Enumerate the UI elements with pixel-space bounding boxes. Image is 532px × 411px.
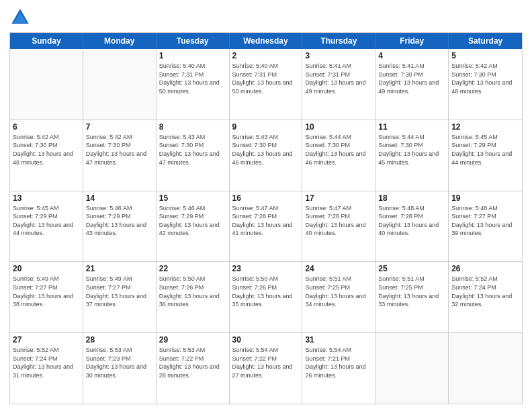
day-info: Sunrise: 5:54 AM Sunset: 7:22 PM Dayligh…: [232, 346, 300, 379]
week-row-2: 6Sunrise: 5:42 AM Sunset: 7:30 PM Daylig…: [10, 120, 522, 191]
cal-cell: 29Sunrise: 5:53 AM Sunset: 7:22 PM Dayli…: [157, 333, 230, 404]
cal-cell: [375, 333, 449, 404]
cal-cell: 30Sunrise: 5:54 AM Sunset: 7:22 PM Dayli…: [230, 333, 303, 404]
day-info: Sunrise: 5:52 AM Sunset: 7:24 PM Dayligh…: [13, 346, 80, 379]
week-row-4: 20Sunrise: 5:49 AM Sunset: 7:27 PM Dayli…: [10, 262, 522, 333]
cal-cell: 8Sunrise: 5:43 AM Sunset: 7:30 PM Daylig…: [157, 120, 230, 191]
day-number: 3: [305, 51, 372, 60]
day-info: Sunrise: 5:47 AM Sunset: 7:28 PM Dayligh…: [232, 204, 300, 238]
day-number: 18: [378, 193, 445, 203]
day-info: Sunrise: 5:41 AM Sunset: 7:30 PM Dayligh…: [378, 62, 445, 95]
day-number: 27: [13, 335, 80, 345]
day-header-thursday: Thursday: [302, 33, 375, 49]
header: [9, 7, 523, 28]
day-number: 17: [305, 193, 372, 203]
cal-cell: 7Sunrise: 5:42 AM Sunset: 7:30 PM Daylig…: [83, 120, 157, 191]
day-info: Sunrise: 5:50 AM Sunset: 7:26 PM Dayligh…: [232, 275, 300, 308]
day-header-monday: Monday: [83, 33, 157, 49]
day-info: Sunrise: 5:53 AM Sunset: 7:22 PM Dayligh…: [159, 346, 226, 379]
day-number: 22: [159, 264, 226, 273]
day-info: Sunrise: 5:46 AM Sunset: 7:29 PM Dayligh…: [159, 204, 226, 238]
day-number: 15: [159, 193, 226, 203]
day-info: Sunrise: 5:42 AM Sunset: 7:30 PM Dayligh…: [86, 133, 153, 167]
cal-cell: 16Sunrise: 5:47 AM Sunset: 7:28 PM Dayli…: [230, 191, 303, 262]
calendar-body: 1Sunrise: 5:40 AM Sunset: 7:31 PM Daylig…: [10, 49, 522, 404]
calendar: SundayMondayTuesdayWednesdayThursdayFrid…: [9, 32, 523, 404]
day-header-tuesday: Tuesday: [157, 33, 230, 49]
day-number: 21: [86, 264, 153, 273]
day-info: Sunrise: 5:46 AM Sunset: 7:29 PM Dayligh…: [86, 204, 153, 238]
day-number: 6: [13, 122, 80, 132]
day-info: Sunrise: 5:51 AM Sunset: 7:25 PM Dayligh…: [305, 275, 372, 308]
day-number: 12: [451, 122, 519, 132]
day-info: Sunrise: 5:48 AM Sunset: 7:28 PM Dayligh…: [378, 204, 445, 238]
cal-cell: 21Sunrise: 5:49 AM Sunset: 7:27 PM Dayli…: [83, 262, 157, 332]
week-row-5: 27Sunrise: 5:52 AM Sunset: 7:24 PM Dayli…: [10, 333, 522, 404]
day-number: 28: [86, 335, 153, 345]
day-info: Sunrise: 5:51 AM Sunset: 7:25 PM Dayligh…: [378, 275, 445, 308]
day-number: 7: [86, 122, 153, 132]
day-number: 19: [451, 193, 519, 203]
day-number: 8: [159, 122, 226, 132]
day-info: Sunrise: 5:44 AM Sunset: 7:30 PM Dayligh…: [305, 133, 372, 167]
day-header-wednesday: Wednesday: [230, 33, 303, 49]
day-info: Sunrise: 5:40 AM Sunset: 7:31 PM Dayligh…: [232, 62, 300, 95]
day-number: 25: [378, 264, 445, 273]
cal-cell: 11Sunrise: 5:44 AM Sunset: 7:30 PM Dayli…: [375, 120, 449, 191]
cal-cell: 4Sunrise: 5:41 AM Sunset: 7:30 PM Daylig…: [375, 49, 449, 120]
day-info: Sunrise: 5:52 AM Sunset: 7:24 PM Dayligh…: [451, 275, 519, 308]
day-info: Sunrise: 5:44 AM Sunset: 7:30 PM Dayligh…: [378, 133, 445, 167]
cal-cell: 12Sunrise: 5:45 AM Sunset: 7:29 PM Dayli…: [449, 120, 522, 191]
day-header-friday: Friday: [375, 33, 449, 49]
day-number: 26: [451, 264, 519, 273]
day-info: Sunrise: 5:40 AM Sunset: 7:31 PM Dayligh…: [159, 62, 226, 95]
day-header-sunday: Sunday: [10, 33, 83, 49]
cal-cell: 26Sunrise: 5:52 AM Sunset: 7:24 PM Dayli…: [449, 262, 522, 332]
day-info: Sunrise: 5:42 AM Sunset: 7:30 PM Dayligh…: [451, 62, 519, 95]
logo: [9, 7, 34, 28]
cal-cell: [10, 49, 83, 120]
day-info: Sunrise: 5:49 AM Sunset: 7:27 PM Dayligh…: [86, 275, 153, 308]
day-number: 14: [86, 193, 153, 203]
cal-cell: 9Sunrise: 5:43 AM Sunset: 7:30 PM Daylig…: [230, 120, 303, 191]
day-number: 4: [378, 51, 445, 60]
day-info: Sunrise: 5:47 AM Sunset: 7:28 PM Dayligh…: [305, 204, 372, 238]
cal-cell: 18Sunrise: 5:48 AM Sunset: 7:28 PM Dayli…: [375, 191, 449, 262]
day-number: 9: [232, 122, 300, 132]
cal-cell: 25Sunrise: 5:51 AM Sunset: 7:25 PM Dayli…: [375, 262, 449, 332]
cal-cell: [83, 49, 157, 120]
day-info: Sunrise: 5:45 AM Sunset: 7:29 PM Dayligh…: [13, 204, 80, 238]
day-number: 13: [13, 193, 80, 203]
day-number: 5: [451, 51, 519, 60]
day-number: 20: [13, 264, 80, 273]
week-row-1: 1Sunrise: 5:40 AM Sunset: 7:31 PM Daylig…: [10, 49, 522, 120]
cal-cell: 24Sunrise: 5:51 AM Sunset: 7:25 PM Dayli…: [302, 262, 375, 332]
cal-cell: 28Sunrise: 5:53 AM Sunset: 7:23 PM Dayli…: [83, 333, 157, 404]
day-info: Sunrise: 5:43 AM Sunset: 7:30 PM Dayligh…: [232, 133, 300, 167]
day-number: 30: [232, 335, 300, 345]
logo-icon: [9, 7, 31, 28]
calendar-header: SundayMondayTuesdayWednesdayThursdayFrid…: [10, 33, 522, 49]
day-info: Sunrise: 5:45 AM Sunset: 7:29 PM Dayligh…: [451, 133, 519, 167]
cal-cell: 10Sunrise: 5:44 AM Sunset: 7:30 PM Dayli…: [302, 120, 375, 191]
day-number: 29: [159, 335, 226, 345]
cal-cell: 2Sunrise: 5:40 AM Sunset: 7:31 PM Daylig…: [230, 49, 303, 120]
page: SundayMondayTuesdayWednesdayThursdayFrid…: [0, 0, 532, 411]
week-row-3: 13Sunrise: 5:45 AM Sunset: 7:29 PM Dayli…: [10, 191, 522, 263]
cal-cell: 17Sunrise: 5:47 AM Sunset: 7:28 PM Dayli…: [302, 191, 375, 262]
day-info: Sunrise: 5:41 AM Sunset: 7:31 PM Dayligh…: [305, 62, 372, 95]
day-number: 10: [305, 122, 372, 132]
cal-cell: 14Sunrise: 5:46 AM Sunset: 7:29 PM Dayli…: [83, 191, 157, 262]
cal-cell: 31Sunrise: 5:54 AM Sunset: 7:21 PM Dayli…: [302, 333, 375, 404]
day-header-saturday: Saturday: [449, 33, 522, 49]
day-info: Sunrise: 5:53 AM Sunset: 7:23 PM Dayligh…: [86, 346, 153, 379]
day-info: Sunrise: 5:54 AM Sunset: 7:21 PM Dayligh…: [305, 346, 372, 379]
cal-cell: [449, 333, 522, 404]
day-number: 1: [159, 51, 226, 60]
day-info: Sunrise: 5:48 AM Sunset: 7:27 PM Dayligh…: [451, 204, 519, 238]
cal-cell: 5Sunrise: 5:42 AM Sunset: 7:30 PM Daylig…: [449, 49, 522, 120]
cal-cell: 22Sunrise: 5:50 AM Sunset: 7:26 PM Dayli…: [157, 262, 230, 332]
cal-cell: 1Sunrise: 5:40 AM Sunset: 7:31 PM Daylig…: [157, 49, 230, 120]
day-number: 23: [232, 264, 300, 273]
day-number: 31: [305, 335, 372, 345]
